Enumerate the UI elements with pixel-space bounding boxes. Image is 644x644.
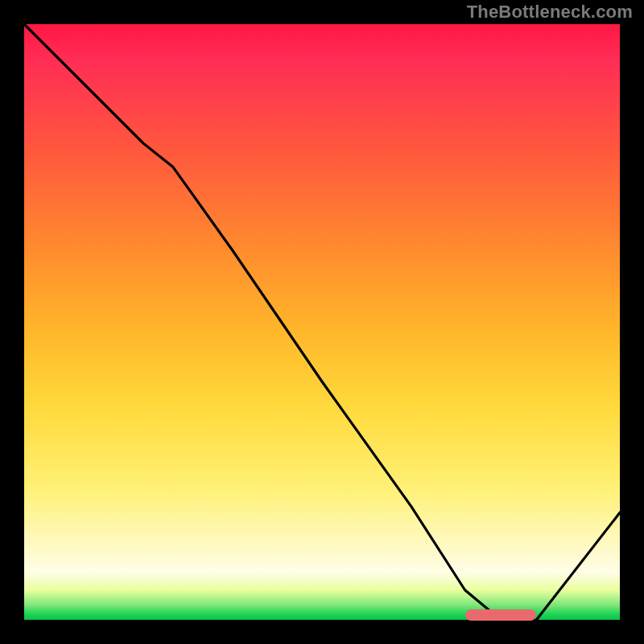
chart-stage: TheBottleneck.com: [0, 0, 644, 644]
bottleneck-curve-path: [24, 24, 620, 620]
bottleneck-curve-svg: [24, 24, 620, 620]
optimal-range-marker: [465, 609, 537, 621]
watermark-text: TheBottleneck.com: [467, 2, 633, 23]
